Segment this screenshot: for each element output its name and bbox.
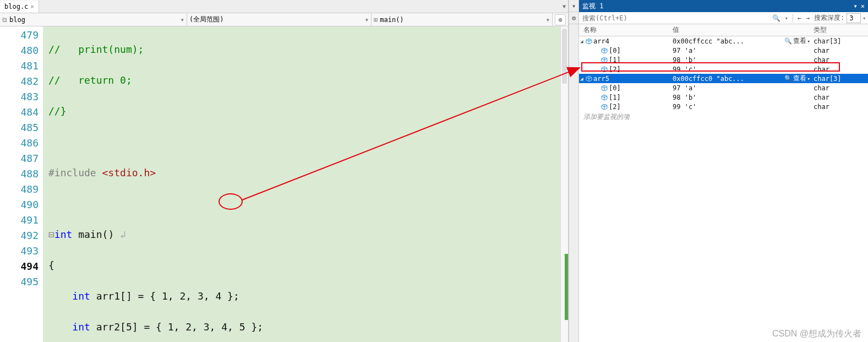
watch-tree[interactable]: ◢arr40x00cffccc "abc...🔍查看▾char[3][0]97 … — [579, 36, 868, 342]
nav-function[interactable]: ⊞ main() ▾ — [372, 13, 553, 26]
variable-icon — [601, 104, 608, 110]
variable-icon — [601, 57, 608, 63]
col-type[interactable]: 类型 — [814, 25, 868, 35]
nav-bar: ⧉ blog ▾ (全局范围) ▾ ⊞ main() ▾ ⊕ — [0, 13, 568, 26]
chevron-down-icon[interactable]: ▾ — [861, 15, 868, 21]
search-row: 🔍 ▾ ← → 搜索深度: 3 ▾ — [579, 12, 868, 24]
close-icon[interactable]: ✕ — [30, 3, 34, 10]
watch-row[interactable]: [0]97 'a'char — [579, 83, 868, 93]
split-button[interactable]: ⊕ — [555, 14, 566, 25]
gutter-controls: ▾ ⚙ — [569, 0, 578, 342]
tab-blog[interactable]: blog.c ✕ — [0, 1, 39, 13]
gear-icon[interactable]: ⚙ — [569, 12, 578, 24]
code-text: int — [54, 229, 73, 240]
watch-panel: 监视 1 ▾ ✕ 🔍 ▾ ← → 搜索深度: 3 ▾ 名称 值 类型 ◢arr4… — [578, 0, 868, 342]
nav-file-label: blog — [9, 16, 25, 24]
depth-select[interactable]: 3 — [847, 13, 860, 23]
code-text: //} — [48, 105, 67, 117]
dropdown-icon[interactable]: ▾ — [783, 15, 790, 21]
nav-scope-label: (全局范围) — [189, 15, 223, 24]
nav-file[interactable]: ⧉ blog ▾ — [0, 13, 187, 26]
chevron-down-icon: ▾ — [546, 16, 550, 24]
watch-row[interactable]: [1]98 'b'char — [579, 93, 868, 102]
tab-label: blog.c — [4, 3, 28, 10]
watch-columns: 名称 值 类型 — [579, 24, 868, 36]
nav-scope[interactable]: (全局范围) ▾ — [187, 13, 372, 26]
nav-back-icon[interactable]: ← — [795, 14, 804, 22]
code-area[interactable]: 4794804814824834844854864874884894904914… — [0, 26, 568, 342]
col-value[interactable]: 值 — [673, 25, 814, 35]
watermark: CSDN @想成为传火者 — [772, 328, 861, 340]
line-numbers: 4794804814824834844854864874884894904914… — [0, 26, 43, 342]
scrollbar-thumb[interactable] — [562, 29, 567, 84]
view-link[interactable]: 🔍查看▾ — [784, 36, 810, 46]
code-text: <stdio.h> — [102, 167, 156, 178]
nav-function-label: main() — [380, 16, 403, 24]
code-text — [48, 134, 560, 150]
depth-label: 搜索深度: — [812, 13, 847, 23]
watch-row[interactable]: ◢arr40x00cffccc "abc...🔍查看▾char[3] — [579, 36, 868, 46]
tab-bar: blog.c ✕ ▼ — [0, 0, 568, 13]
code-text: #include — [48, 167, 102, 178]
close-icon[interactable]: ✕ — [861, 2, 865, 10]
add-watch-item[interactable]: 添加要监视的项 — [579, 111, 868, 123]
code-text: int — [48, 321, 90, 333]
watch-row[interactable]: ◢arr50x00cffcc0 "abc...🔍查看▾char[3] — [579, 74, 868, 83]
variable-icon — [601, 67, 608, 72]
view-link[interactable]: 🔍查看▾ — [784, 74, 810, 83]
variable-icon — [601, 95, 608, 100]
code-text: // print(num); — [48, 44, 144, 55]
code-text: { — [48, 258, 560, 273]
code-text: arr1[] = { 1, 2, 3, 4 }; — [90, 290, 239, 302]
scrollbar[interactable] — [560, 26, 568, 342]
col-name[interactable]: 名称 — [579, 25, 673, 35]
code-text: main() — [72, 229, 120, 240]
nav-forward-icon[interactable]: → — [804, 14, 812, 22]
code-text — [48, 196, 560, 211]
function-icon: ⊞ — [374, 16, 378, 24]
variable-icon — [586, 39, 592, 44]
watch-title-bar[interactable]: 监视 1 ▾ ✕ — [579, 0, 868, 12]
dropdown-icon[interactable]: ▾ — [569, 0, 578, 12]
variable-icon — [601, 85, 608, 91]
chevron-down-icon: ▾ — [365, 16, 369, 24]
code-lines[interactable]: // print(num); // return 0; //} #include… — [43, 26, 560, 342]
watch-row[interactable]: [1]98 'b'char — [579, 55, 868, 64]
code-text: // return 0; — [48, 74, 132, 86]
chevron-down-icon: ▾ — [181, 16, 184, 24]
variable-icon — [601, 48, 608, 53]
watch-row[interactable]: [2]99 'c'char — [579, 102, 868, 111]
variable-icon — [586, 76, 592, 82]
search-input[interactable] — [579, 12, 770, 24]
code-text: arr2[5] = { 1, 2, 3, 4, 5 }; — [90, 321, 263, 333]
file-icon: ⧉ — [2, 16, 7, 24]
watch-row[interactable]: [0]97 'a'char — [579, 46, 868, 55]
search-icon[interactable]: 🔍 — [770, 14, 783, 22]
editor-pane: blog.c ✕ ▼ ⧉ blog ▾ (全局范围) ▾ ⊞ main() ▾ — [0, 0, 569, 342]
code-text: int — [48, 290, 90, 302]
watch-row[interactable]: [2]99 'c'char — [579, 64, 868, 74]
watch-title: 监视 1 — [582, 2, 603, 11]
tab-dropdown-icon[interactable]: ▼ — [563, 3, 566, 9]
dropdown-icon[interactable]: ▾ — [854, 2, 858, 10]
